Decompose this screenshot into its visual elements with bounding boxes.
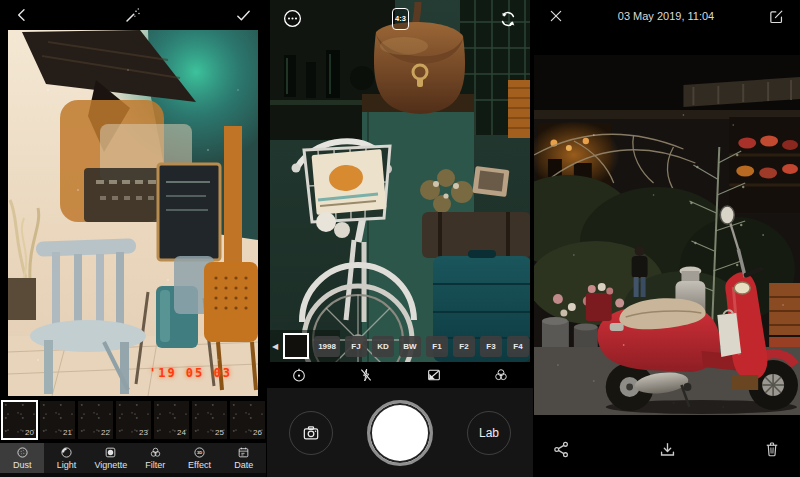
- cafe-photo: [8, 30, 258, 396]
- checkmark-icon: [235, 7, 252, 24]
- tab-label: Effect: [188, 460, 211, 470]
- share-icon: [552, 440, 571, 459]
- flip-camera-button[interactable]: [496, 7, 520, 31]
- tab-vignette[interactable]: Vignette: [89, 443, 133, 473]
- tab-light[interactable]: Light: [44, 443, 88, 473]
- photo-timestamp: 03 May 2019, 11:04: [618, 10, 714, 22]
- dust-icon: [16, 446, 29, 459]
- editor-photo-preview: '19 05 03: [8, 30, 258, 396]
- aspect-ratio-label: 4:3: [395, 14, 406, 23]
- frame-off-button[interactable]: [424, 365, 444, 385]
- filter-chip[interactable]: KD: [372, 336, 394, 357]
- camera-viewfinder-photo: [270, 0, 530, 362]
- filter-chip[interactable]: BW: [399, 336, 421, 357]
- filter-chip[interactable]: F2: [453, 336, 475, 357]
- chevron-left-icon: [14, 7, 30, 23]
- tab-date[interactable]: Date: [222, 443, 266, 473]
- camera-topbar: 4:3: [270, 6, 530, 31]
- scooter-photo: [534, 55, 800, 415]
- frame-off-icon: [426, 367, 442, 383]
- editor-panel: '19 05 03 20 21 22 23 24 25 26 Dust: [0, 0, 266, 477]
- bottom-strip: [0, 473, 266, 477]
- photo-date-stamp: '19 05 03: [149, 366, 232, 380]
- trash-icon: [763, 440, 781, 458]
- thumbnail-number: 21: [63, 428, 72, 437]
- chip-scroll-left-icon[interactable]: ◀: [272, 342, 278, 351]
- edit-compose-icon: [768, 8, 785, 25]
- timer-button[interactable]: [289, 365, 309, 385]
- dust-thumbnail[interactable]: 26: [230, 401, 265, 439]
- tab-filter[interactable]: Filter: [133, 443, 177, 473]
- lab-label: Lab: [479, 426, 499, 440]
- flip-camera-icon: [498, 9, 518, 29]
- filter-chip[interactable]: F1: [426, 336, 448, 357]
- filter-circles-icon: [149, 446, 162, 459]
- confirm-button[interactable]: [233, 5, 254, 26]
- tab-effect[interactable]: 3D Effect: [177, 443, 221, 473]
- tab-dust[interactable]: Dust: [0, 443, 44, 473]
- thumbnail-number: 23: [139, 428, 148, 437]
- lab-button[interactable]: Lab: [467, 411, 511, 455]
- viewer-photo[interactable]: [534, 55, 800, 415]
- viewer-actions: [534, 415, 799, 477]
- tab-label: Dust: [13, 460, 32, 470]
- viewer-topbar: 03 May 2019, 11:04: [534, 0, 799, 32]
- close-icon: [548, 8, 564, 24]
- color-filter-button[interactable]: [491, 365, 511, 385]
- camera-controls: Lab: [267, 388, 533, 477]
- viewer-panel: 03 May 2019, 11:04: [533, 0, 799, 477]
- effect-3d-icon: 3D: [193, 446, 206, 459]
- tab-label: Filter: [145, 460, 165, 470]
- filter-chip[interactable]: 1998: [314, 336, 340, 357]
- flash-off-button[interactable]: [356, 365, 376, 385]
- tab-label: Date: [234, 460, 253, 470]
- filter-chip[interactable]: F4: [507, 336, 529, 357]
- camera-viewfinder[interactable]: 4:3 ◀ 1998 FJ KD BW F1: [270, 0, 530, 362]
- magic-wand-icon: [124, 6, 142, 24]
- more-options-button[interactable]: [280, 6, 305, 31]
- dust-thumbnail[interactable]: 24: [154, 401, 189, 439]
- thumbnail-number: 20: [25, 428, 34, 437]
- save-download-button[interactable]: [656, 438, 679, 461]
- selected-filter-thumbnail[interactable]: [283, 333, 309, 359]
- filter-chip[interactable]: F3: [480, 336, 502, 357]
- aspect-ratio-button[interactable]: 4:3: [392, 8, 409, 30]
- share-button[interactable]: [550, 438, 573, 461]
- download-icon: [658, 440, 677, 459]
- tab-label: Light: [57, 460, 77, 470]
- ellipsis-circle-icon: [282, 8, 303, 29]
- date-calendar-icon: [237, 446, 250, 459]
- shutter-button[interactable]: [367, 400, 433, 466]
- dust-thumbnail[interactable]: 22: [78, 401, 113, 439]
- dust-thumbnail[interactable]: 20: [2, 401, 37, 439]
- editor-tabbar: Dust Light Vignette: [0, 443, 266, 473]
- dust-thumbnail[interactable]: 23: [116, 401, 151, 439]
- back-button[interactable]: [12, 5, 32, 25]
- editor-topbar: [0, 0, 266, 30]
- delete-button[interactable]: [761, 438, 783, 460]
- thumbnail-number: 25: [215, 428, 224, 437]
- gallery-button[interactable]: [289, 411, 333, 455]
- filter-chip-row: ◀ 1998 FJ KD BW F1 F2 F3 F4: [272, 333, 530, 359]
- flash-off-icon: [358, 367, 374, 383]
- light-leak-icon: [60, 446, 73, 459]
- filter-chip[interactable]: FJ: [345, 336, 367, 357]
- app-screen: '19 05 03 20 21 22 23 24 25 26 Dust: [0, 0, 800, 477]
- photo-gallery-icon: [301, 423, 321, 443]
- color-filters-icon: [493, 367, 509, 383]
- dust-texture-strip: 20 21 22 23 24 25 26: [0, 396, 266, 443]
- svg-text:3D: 3D: [197, 450, 202, 455]
- thumbnail-number: 26: [253, 428, 262, 437]
- self-timer-icon: [291, 367, 307, 383]
- tab-label: Vignette: [94, 460, 127, 470]
- dust-thumbnail[interactable]: 25: [192, 401, 227, 439]
- vignette-icon: [104, 446, 117, 459]
- thumbnail-number: 24: [177, 428, 186, 437]
- close-button[interactable]: [546, 6, 566, 26]
- camera-mode-row: [267, 362, 533, 388]
- edit-photo-button[interactable]: [766, 6, 787, 27]
- thumbnail-number: 22: [101, 428, 110, 437]
- camera-panel: 4:3 ◀ 1998 FJ KD BW F1: [266, 0, 533, 477]
- enhance-button[interactable]: [122, 4, 144, 26]
- dust-thumbnail[interactable]: 21: [40, 401, 75, 439]
